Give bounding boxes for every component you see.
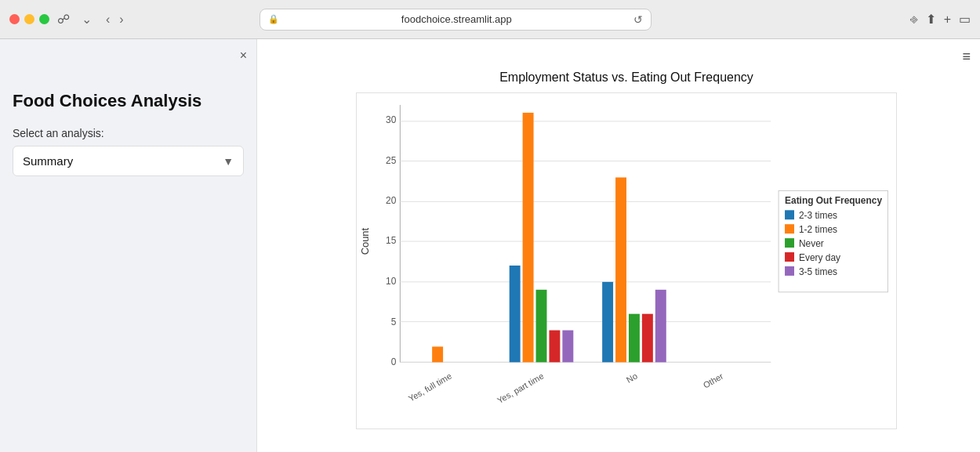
hamburger-icon[interactable]: ≡ <box>962 49 971 65</box>
maximize-traffic-light[interactable] <box>39 14 49 24</box>
sidebar-close-button[interactable]: × <box>240 49 247 63</box>
close-traffic-light[interactable] <box>9 14 20 24</box>
browser-chrome: ☍ ⌄ ‹ › 🔒 foodchoice.streamlit.app ↺ ⎆ ⬆… <box>0 0 980 39</box>
legend-color-never <box>785 238 794 248</box>
legend-label-everyday: Every day <box>799 252 840 263</box>
bar-no-onetwo <box>615 177 626 362</box>
y-tick-15: 15 <box>386 235 397 246</box>
url-text: foodchoice.streamlit.app <box>284 13 629 25</box>
main-content: ≡ Employment Status vs. Eating Out Frequ… <box>257 39 980 452</box>
chevron-down-icon: ▼ <box>223 155 234 168</box>
y-tick-10: 10 <box>386 276 397 287</box>
y-tick-5: 5 <box>391 316 397 327</box>
new-tab-icon[interactable]: + <box>944 13 951 27</box>
y-tick-0: 0 <box>391 356 397 367</box>
x-label-parttime: Yes, part time <box>495 371 546 406</box>
minimize-traffic-light[interactable] <box>24 14 34 24</box>
select-analysis-label: Select an analysis: <box>13 127 244 139</box>
download-icon[interactable]: ⎆ <box>910 13 918 27</box>
lock-icon: 🔒 <box>268 14 279 24</box>
sidebar: × Food Choices Analysis Select an analys… <box>0 39 257 452</box>
bar-parttime-onetwo <box>523 113 534 363</box>
legend-title: Eating Out Frequency <box>785 195 882 206</box>
y-axis-label: Count <box>359 227 371 255</box>
bar-no-twothree <box>602 282 613 363</box>
tabs-icon[interactable]: ▭ <box>959 12 971 27</box>
legend-label-never: Never <box>799 238 824 249</box>
analysis-select[interactable]: Summary ▼ <box>13 146 244 176</box>
x-label-other: Other <box>702 371 725 389</box>
traffic-lights <box>9 14 49 24</box>
address-bar[interactable]: 🔒 foodchoice.streamlit.app ↺ <box>260 9 652 31</box>
chart-container: Employment Status vs. Eating Out Frequen… <box>273 63 972 437</box>
legend-label-onetwo: 1-2 times <box>799 224 837 235</box>
bar-parttime-threefive <box>562 331 573 363</box>
chart-wrapper: 0 5 10 15 20 25 30 <box>356 92 897 429</box>
legend-color-twothree <box>785 210 794 219</box>
share-icon[interactable]: ⬆ <box>926 12 936 27</box>
sidebar-toggle-button[interactable]: ☍ <box>56 10 71 28</box>
bar-parttime-never <box>536 290 547 363</box>
y-tick-25: 25 <box>386 155 397 166</box>
bar-no-threefive <box>655 290 666 363</box>
bar-no-never <box>629 314 640 363</box>
bar-parttime-everyday <box>549 331 560 363</box>
reload-icon[interactable]: ↺ <box>633 13 643 26</box>
chart-title: Employment Status vs. Eating Out Frequen… <box>289 71 964 85</box>
bar-no-everyday <box>642 314 653 363</box>
legend-color-onetwo <box>785 224 794 233</box>
chart-svg: 0 5 10 15 20 25 30 <box>357 93 896 428</box>
y-tick-20: 20 <box>386 195 397 206</box>
bar-fulltime-onetwo <box>432 346 443 362</box>
sidebar-title: Food Choices Analysis <box>13 91 244 111</box>
legend-color-everyday <box>785 252 794 262</box>
x-label-no: No <box>625 371 639 385</box>
browser-right-icons: ⎆ ⬆ + ▭ <box>910 12 971 27</box>
browser-forward-button[interactable]: › <box>115 11 127 28</box>
browser-chevron-down-button[interactable]: ⌄ <box>78 10 96 28</box>
legend-label-threefive: 3-5 times <box>799 266 837 277</box>
analysis-select-value: Summary <box>23 154 73 168</box>
browser-back-button[interactable]: ‹ <box>102 11 114 28</box>
bar-parttime-twothree <box>510 266 521 362</box>
legend-label-twothree: 2-3 times <box>799 210 837 221</box>
x-label-fulltime: Yes, full time <box>407 371 453 403</box>
legend-color-threefive <box>785 266 794 276</box>
app-content: × Food Choices Analysis Select an analys… <box>0 39 980 452</box>
y-tick-30: 30 <box>386 114 397 125</box>
